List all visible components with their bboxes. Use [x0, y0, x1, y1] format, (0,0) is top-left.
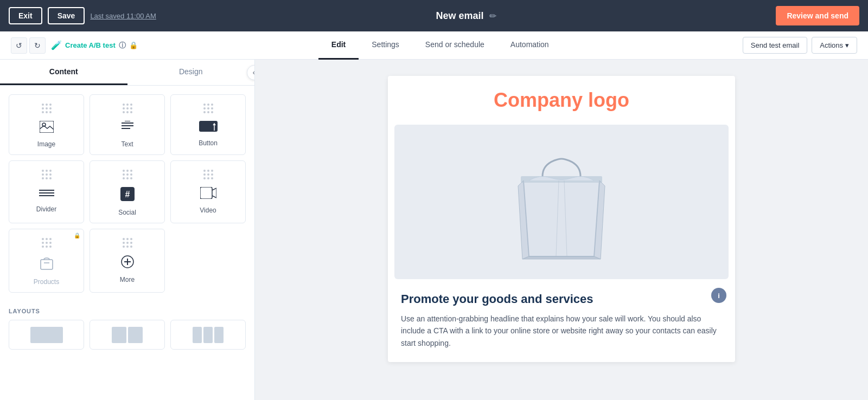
- actions-chevron-icon: ▾: [845, 41, 849, 49]
- drag-handle-more: [123, 238, 132, 248]
- content-item-video[interactable]: Video: [170, 160, 246, 223]
- email-header: Company logo: [388, 76, 735, 125]
- email-body: i Promote your goods and services Use an…: [388, 279, 735, 362]
- actions-label: Actions: [820, 41, 843, 49]
- content-item-more[interactable]: More: [90, 229, 165, 293]
- drag-handle-social: [123, 170, 132, 179]
- svg-rect-14: [41, 260, 53, 269]
- ab-test-icon: 🧪: [51, 40, 62, 50]
- svg-marker-20: [524, 180, 599, 256]
- content-item-button[interactable]: Button: [170, 94, 246, 155]
- edit-title-icon[interactable]: ✏: [489, 11, 496, 21]
- layout-1col[interactable]: [9, 320, 84, 350]
- top-bar-right: Review and send: [776, 6, 859, 25]
- email-preview-area: Company logo: [255, 60, 868, 400]
- top-bar: Exit Save Last saved 11:00 AM New email …: [0, 0, 868, 31]
- button-label: Button: [199, 139, 218, 147]
- panel-tabs: Content Design: [0, 60, 254, 86]
- layout-2col[interactable]: [90, 320, 165, 350]
- products-content-icon: [40, 255, 54, 274]
- email-info-badge[interactable]: i: [711, 288, 726, 303]
- ab-test-lock-icon: 🔒: [129, 41, 138, 49]
- content-item-image[interactable]: Image: [9, 94, 84, 155]
- content-items-grid: Image Text: [0, 86, 254, 301]
- send-test-email-button[interactable]: Send test email: [743, 37, 808, 54]
- email-hero-image: [394, 125, 729, 279]
- sub-nav-right: Send test email Actions ▾: [743, 37, 857, 54]
- text-content-icon: [120, 121, 135, 136]
- undo-button[interactable]: ↺: [11, 37, 27, 54]
- page-title: New email: [436, 10, 484, 22]
- social-content-icon: #: [120, 187, 135, 204]
- review-send-button[interactable]: Review and send: [776, 6, 859, 25]
- button-content-icon: [199, 121, 218, 135]
- svg-rect-13: [200, 187, 212, 199]
- email-preview: Company logo: [388, 76, 735, 362]
- shopping-bag-illustration: [513, 143, 610, 262]
- content-item-text[interactable]: Text: [90, 94, 165, 155]
- email-body-text: Use an attention-grabbing headline that …: [401, 313, 722, 349]
- drag-handle-text: [123, 104, 132, 113]
- redo-button[interactable]: ↻: [29, 37, 46, 54]
- content-item-social[interactable]: # Social: [90, 160, 165, 223]
- exit-button[interactable]: Exit: [9, 7, 42, 24]
- ab-test-info-icon[interactable]: ⓘ: [119, 41, 126, 50]
- left-panel: « Content Design Image: [0, 60, 255, 400]
- content-item-products[interactable]: 🔒 Products: [9, 229, 84, 293]
- drag-handle-image: [42, 104, 52, 113]
- tab-settings[interactable]: Settings: [359, 31, 412, 60]
- actions-button[interactable]: Actions ▾: [812, 37, 857, 54]
- image-content-icon: [40, 121, 54, 136]
- panel-tab-content[interactable]: Content: [0, 60, 127, 85]
- tab-edit[interactable]: Edit: [318, 31, 359, 60]
- undo-redo-group: ↺ ↻: [11, 37, 46, 54]
- svg-rect-6: [199, 121, 218, 132]
- layout-3col[interactable]: [170, 320, 246, 350]
- layouts-label: LAYOUTS: [9, 308, 246, 314]
- drag-handle-divider: [42, 170, 52, 179]
- content-item-divider[interactable]: Divider: [9, 160, 84, 223]
- sub-nav-tabs: Edit Settings Send or schedule Automatio…: [138, 31, 743, 60]
- main-layout: « Content Design Image: [0, 60, 868, 400]
- panel-tab-design[interactable]: Design: [127, 60, 255, 85]
- more-content-icon: [121, 255, 134, 272]
- text-label: Text: [121, 140, 133, 148]
- tab-send-or-schedule[interactable]: Send or schedule: [412, 31, 497, 60]
- top-bar-left: Exit Save Last saved 11:00 AM: [9, 7, 156, 24]
- company-logo: Company logo: [494, 89, 629, 111]
- video-label: Video: [200, 207, 216, 214]
- layouts-grid: [9, 320, 246, 350]
- top-bar-center: New email ✏: [163, 10, 770, 22]
- divider-label: Divider: [36, 205, 56, 213]
- save-button[interactable]: Save: [48, 7, 85, 24]
- sub-nav: ↺ ↻ 🧪 Create A/B test ⓘ 🔒 Edit Settings …: [0, 31, 868, 60]
- layout-1col-preview: [30, 327, 63, 343]
- divider-content-icon: [39, 187, 54, 201]
- products-label: Products: [34, 278, 59, 286]
- tab-automation[interactable]: Automation: [497, 31, 562, 60]
- svg-marker-26: [522, 256, 601, 259]
- social-label: Social: [118, 209, 136, 216]
- layout-2col-preview: [112, 327, 143, 343]
- more-label: More: [120, 276, 135, 283]
- products-lock-icon: 🔒: [74, 233, 80, 238]
- ab-test-label: Create A/B test: [65, 41, 116, 49]
- drag-handle-products: [42, 238, 52, 248]
- svg-text:#: #: [125, 190, 130, 199]
- last-saved-label: Last saved 11:00 AM: [90, 12, 156, 20]
- email-body-title: Promote your goods and services: [401, 292, 722, 306]
- layout-3col-preview: [193, 327, 224, 343]
- video-content-icon: [200, 187, 216, 202]
- drag-handle-button: [203, 104, 213, 113]
- sub-nav-left: ↺ ↻ 🧪 Create A/B test ⓘ 🔒: [11, 37, 138, 54]
- layouts-section: LAYOUTS: [0, 301, 254, 354]
- image-label: Image: [37, 140, 55, 148]
- drag-handle-video: [203, 170, 213, 179]
- svg-rect-0: [40, 121, 54, 133]
- ab-test-link[interactable]: 🧪 Create A/B test ⓘ 🔒: [51, 40, 138, 50]
